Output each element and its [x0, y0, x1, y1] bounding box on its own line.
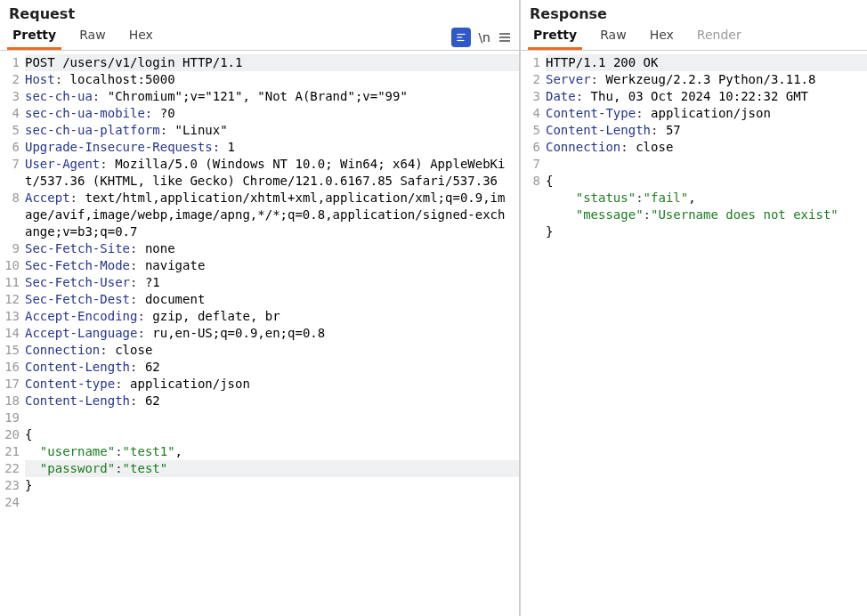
code-line[interactable]: 12Sec-Fetch-Dest: document — [0, 291, 519, 308]
svg-rect-1 — [458, 36, 463, 37]
code-line[interactable]: } — [521, 223, 867, 240]
tab-hex-resp[interactable]: Hex — [644, 24, 679, 50]
code-line[interactable]: 20{ — [0, 426, 519, 443]
gutter: 8 — [0, 190, 25, 207]
code-line[interactable]: 17Content-type: application/json — [0, 376, 519, 393]
newline-toggle[interactable]: \n — [478, 30, 490, 45]
gutter: 6 — [521, 139, 546, 156]
gutter: 16 — [0, 359, 25, 376]
code-line[interactable]: 3Date: Thu, 03 Oct 2024 10:22:32 GMT — [521, 88, 867, 105]
request-tabs: Pretty Raw Hex — [7, 24, 158, 50]
response-title: Response — [521, 0, 867, 24]
code-line[interactable]: 1POST /users/v1/login HTTP/1.1 — [0, 54, 519, 71]
code-line[interactable]: 18Content-Length: 62 — [0, 393, 519, 409]
tab-hex[interactable]: Hex — [124, 24, 158, 50]
gutter: 9 — [0, 240, 25, 257]
format-icon — [455, 31, 467, 44]
code-line[interactable]: 11Sec-Fetch-User: ?1 — [0, 274, 519, 291]
gutter: 18 — [0, 393, 25, 409]
gutter: 19 — [0, 409, 25, 426]
response-tabs: Pretty Raw Hex Render — [528, 24, 747, 50]
gutter: 5 — [521, 122, 546, 139]
code-line[interactable]: 16Content-Length: 62 — [0, 359, 519, 376]
code-line[interactable]: 1HTTP/1.1 200 OK — [521, 54, 867, 71]
gutter: 12 — [0, 291, 25, 308]
gutter: 22 — [0, 460, 25, 477]
gutter: 24 — [0, 494, 25, 511]
gutter: 5 — [0, 122, 25, 139]
code-line[interactable]: 3sec-ch-ua: "Chromium";v="121", "Not A(B… — [0, 88, 519, 105]
svg-rect-3 — [499, 33, 510, 34]
request-tabs-row: Pretty Raw Hex \n — [0, 24, 519, 51]
code-line[interactable]: 7User-Agent: Mozilla/5.0 (Windows NT 10.… — [0, 156, 519, 190]
app-root: Request Pretty Raw Hex \n 1POST /users/v… — [0, 0, 867, 616]
tab-pretty-resp[interactable]: Pretty — [528, 24, 582, 50]
code-line[interactable]: "message":"Username does not exist" — [521, 207, 867, 223]
tab-pretty[interactable]: Pretty — [7, 24, 61, 50]
code-line[interactable]: 21 "username":"test1", — [0, 443, 519, 460]
code-line[interactable]: 2Host: localhost:5000 — [0, 71, 519, 88]
request-panel: Request Pretty Raw Hex \n 1POST /users/v… — [0, 0, 520, 616]
gutter: 1 — [521, 54, 546, 71]
code-line[interactable]: 7 — [521, 156, 867, 173]
response-tabs-row: Pretty Raw Hex Render — [521, 24, 867, 51]
response-panel: Response Pretty Raw Hex Render 1HTTP/1.1… — [520, 0, 867, 616]
gutter: 20 — [0, 426, 25, 443]
code-line[interactable]: 15Connection: close — [0, 342, 519, 359]
code-line[interactable]: 23} — [0, 477, 519, 494]
gutter: 4 — [521, 105, 546, 122]
gutter: 14 — [0, 325, 25, 342]
code-line[interactable]: 14Accept-Language: ru,en-US;q=0.9,en;q=0… — [0, 325, 519, 342]
code-line[interactable]: 22 "password":"test" — [0, 460, 519, 477]
tab-render-resp[interactable]: Render — [692, 24, 747, 50]
format-button[interactable] — [451, 28, 471, 47]
gutter: 2 — [521, 71, 546, 88]
gutter: 21 — [0, 443, 25, 460]
gutter: 1 — [0, 54, 25, 71]
gutter: 7 — [0, 156, 25, 173]
code-line[interactable]: 5sec-ch-ua-platform: "Linux" — [0, 122, 519, 139]
svg-rect-4 — [499, 36, 510, 37]
tab-raw[interactable]: Raw — [74, 24, 110, 50]
gutter: 3 — [521, 88, 546, 105]
gutter: 13 — [0, 308, 25, 325]
code-line[interactable]: 24 — [0, 494, 519, 511]
gutter: 10 — [0, 257, 25, 274]
code-line[interactable]: 19 — [0, 409, 519, 426]
code-line[interactable]: 6Connection: close — [521, 139, 867, 156]
gutter: 3 — [0, 88, 25, 105]
code-line[interactable]: "status":"fail", — [521, 190, 867, 207]
gutter: 7 — [521, 156, 546, 173]
gutter: 6 — [0, 139, 25, 156]
svg-rect-5 — [499, 40, 510, 41]
gutter: 4 — [0, 105, 25, 122]
code-line[interactable]: 6Upgrade-Insecure-Requests: 1 — [0, 139, 519, 156]
panel-menu[interactable] — [498, 30, 512, 45]
svg-rect-0 — [458, 33, 466, 34]
code-line[interactable]: 4sec-ch-ua-mobile: ?0 — [0, 105, 519, 122]
code-line[interactable]: 9Sec-Fetch-Site: none — [0, 240, 519, 257]
gutter: 23 — [0, 477, 25, 494]
code-line[interactable]: 13Accept-Encoding: gzip, deflate, br — [0, 308, 519, 325]
hamburger-icon — [498, 30, 512, 45]
code-line[interactable]: 10Sec-Fetch-Mode: navigate — [0, 257, 519, 274]
request-editor[interactable]: 1POST /users/v1/login HTTP/1.12Host: loc… — [0, 51, 519, 616]
gutter: 17 — [0, 376, 25, 393]
gutter: 8 — [521, 173, 546, 190]
gutter: 2 — [0, 71, 25, 88]
svg-rect-2 — [458, 39, 465, 40]
response-viewer[interactable]: 1HTTP/1.1 200 OK2Server: Werkzeug/2.2.3 … — [521, 51, 867, 616]
code-line[interactable]: 8Accept: text/html,application/xhtml+xml… — [0, 190, 519, 240]
code-line[interactable]: 8{ — [521, 173, 867, 190]
gutter: 11 — [0, 274, 25, 291]
request-title: Request — [0, 0, 519, 24]
tab-raw-resp[interactable]: Raw — [595, 24, 631, 50]
gutter: 15 — [0, 342, 25, 359]
code-line[interactable]: 4Content-Type: application/json — [521, 105, 867, 122]
code-line[interactable]: 2Server: Werkzeug/2.2.3 Python/3.11.8 — [521, 71, 867, 88]
code-line[interactable]: 5Content-Length: 57 — [521, 122, 867, 139]
